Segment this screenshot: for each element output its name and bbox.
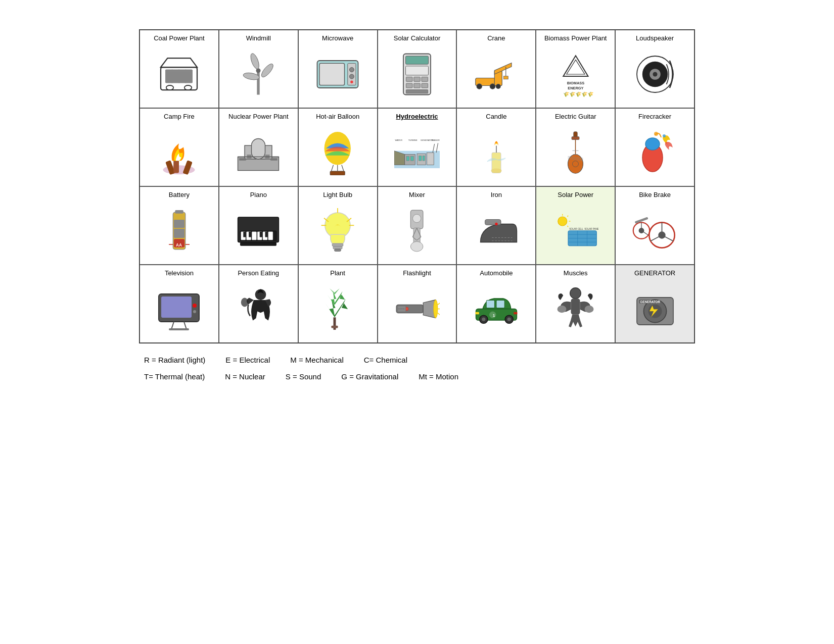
svg-rect-115	[268, 232, 273, 240]
grid-cell-solar-calculator: Solar Calculator	[378, 30, 457, 108]
cell-icon-generator: GENERATOR	[618, 281, 692, 337]
cell-icon-battery: AA	[142, 203, 216, 259]
svg-rect-138	[485, 219, 501, 225]
svg-point-14	[249, 53, 261, 70]
grid-cell-candle: Candle	[456, 108, 536, 186]
svg-line-144	[567, 216, 568, 217]
cell-label-solar-calculator: Solar Calculator	[394, 34, 441, 43]
cell-label-coal: Coal Power Plant	[154, 34, 204, 43]
grid-cell-iron: Iron	[456, 186, 536, 265]
cell-icon-muscles	[538, 281, 613, 337]
svg-rect-104	[174, 220, 184, 228]
svg-point-49	[653, 72, 657, 76]
legend-item: R = Radiant (light)	[144, 356, 205, 364]
grid-cell-generator: GENERATOR GENERATOR	[615, 265, 694, 343]
grid-cell-bike-brake: Bike Brake	[615, 186, 694, 265]
grid-cell-flashlight: Flashlight	[378, 265, 457, 343]
svg-rect-32	[406, 90, 428, 93]
cell-label-firecracker: Firecracker	[638, 113, 671, 121]
svg-rect-67	[330, 171, 345, 175]
svg-rect-119	[265, 232, 268, 237]
svg-point-37	[490, 84, 495, 89]
svg-line-146	[567, 226, 568, 227]
svg-rect-30	[414, 83, 421, 88]
cell-icon-loudspeaker	[618, 46, 692, 103]
svg-rect-28	[422, 77, 428, 81]
svg-rect-62	[271, 159, 278, 161]
cell-label-campfire: Camp Fire	[164, 113, 195, 121]
grid-cell-campfire: Camp Fire	[140, 108, 219, 186]
cell-icon-lightbulb	[301, 203, 375, 259]
svg-point-20	[350, 67, 354, 72]
grid-cell-solar-power: Solar Power SOLAR CELL SOLAR PANEL	[536, 186, 615, 265]
svg-rect-120	[240, 242, 276, 245]
svg-point-40	[496, 84, 500, 88]
cell-label-television: Television	[165, 269, 194, 278]
grid-cell-nuclear: Nuclear Power Plant	[219, 108, 298, 186]
svg-line-167	[171, 322, 174, 329]
svg-text:WATER: WATER	[395, 139, 402, 141]
game-grid: Coal Power Plant Windmill Microwave Sola…	[139, 29, 695, 343]
grid-cell-television: Television	[140, 265, 219, 343]
svg-rect-70	[405, 154, 415, 165]
cell-icon-plant	[301, 281, 375, 337]
svg-text:SOLAR PANEL: SOLAR PANEL	[584, 228, 598, 230]
svg-point-97	[645, 138, 660, 150]
grid-cell-biomass: Biomass Power Plant BIOMASS ENERGY 🌾🌾🌾🌾🌾	[536, 30, 615, 108]
legend-item: N = Nuclear	[225, 372, 265, 381]
svg-point-141	[495, 223, 497, 225]
cell-icon-television	[142, 281, 216, 337]
svg-rect-72	[427, 153, 434, 165]
svg-rect-31	[422, 83, 428, 88]
grid-cell-automobile: Automobile 1	[456, 265, 536, 343]
svg-rect-124	[335, 249, 341, 252]
svg-point-3	[166, 85, 173, 90]
cell-icon-solar-calculator	[380, 46, 454, 103]
grid-cell-guitar: Electric Guitar	[536, 108, 615, 186]
cell-label-guitar: Electric Guitar	[555, 113, 596, 121]
grid-cell-hydroelectric: Hydroelectric WATER TURBINE GENERATOR TR…	[378, 108, 457, 186]
svg-rect-203	[571, 299, 580, 315]
svg-rect-166	[161, 296, 192, 318]
grid-cell-microwave: Microwave	[298, 30, 378, 108]
cell-icon-crane	[459, 46, 533, 103]
svg-line-66	[342, 165, 344, 171]
svg-rect-175	[332, 326, 338, 328]
svg-rect-116	[244, 232, 246, 237]
svg-rect-193	[496, 301, 504, 308]
grid-cell-battery: Battery AA	[140, 186, 219, 265]
svg-rect-75	[419, 156, 422, 161]
cell-icon-mixer	[380, 203, 454, 259]
cell-icon-iron	[459, 203, 533, 259]
svg-point-133	[411, 241, 424, 252]
svg-point-170	[193, 304, 197, 308]
svg-text:GENERATOR: GENERATOR	[640, 300, 660, 304]
cell-label-plant: Plant	[330, 269, 345, 278]
svg-rect-169	[169, 328, 189, 330]
legend-item: G = Gravitational	[341, 372, 398, 381]
cell-icon-automobile: 1	[459, 281, 533, 337]
svg-point-85	[491, 168, 502, 173]
grid-cell-windmill: Windmill	[219, 30, 298, 108]
svg-point-36	[477, 84, 482, 89]
svg-rect-76	[423, 156, 425, 161]
cell-icon-flashlight	[380, 281, 454, 337]
svg-rect-53	[174, 159, 179, 173]
svg-rect-26	[406, 77, 412, 81]
cell-label-biomass: Biomass Power Plant	[544, 34, 607, 43]
cell-icon-person-eating	[221, 281, 296, 337]
svg-line-185	[438, 302, 440, 305]
svg-rect-39	[503, 76, 508, 79]
cell-label-lightbulb: Light Bulb	[323, 191, 352, 200]
grid-cell-crane: Crane	[456, 30, 536, 108]
svg-rect-74	[411, 157, 414, 161]
cell-label-battery: Battery	[169, 191, 190, 200]
svg-rect-57	[252, 139, 265, 160]
svg-line-64	[332, 165, 334, 171]
svg-rect-101	[175, 210, 183, 214]
grid-cell-firecracker: Firecracker	[615, 108, 694, 186]
svg-point-184	[434, 300, 438, 318]
cell-icon-balloon	[301, 124, 375, 181]
legend: R = Radiant (light)E = ElectricalM = Mec…	[139, 356, 695, 381]
svg-rect-29	[406, 83, 412, 88]
